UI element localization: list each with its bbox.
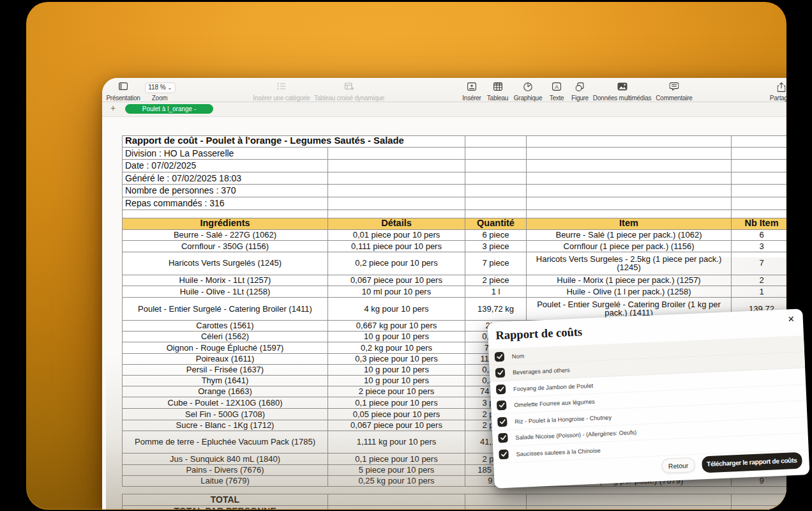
- svg-text:A: A: [555, 84, 559, 90]
